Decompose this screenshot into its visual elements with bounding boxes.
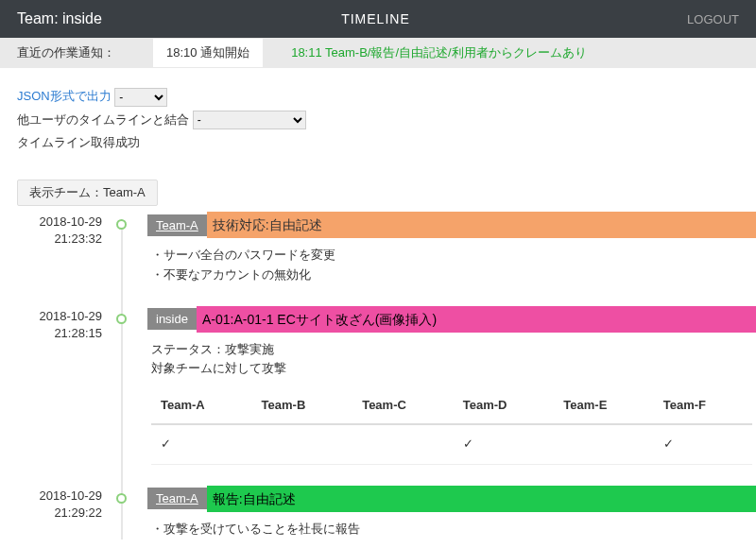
entry-team-tag[interactable]: Team-A (147, 488, 207, 509)
targets-cell: ✓ (654, 424, 752, 464)
timeline: 2018-10-29 21:23:32 Team-A 技術対応:自由記述 ・サー… (17, 212, 756, 539)
entry-detail: ステータス：攻撃実施 対象チームに対して攻撃 Team-A Team-B Tea… (147, 333, 756, 465)
entry-detail: ・サーバ全台のパスワードを変更 ・不要なアカウントの無効化 (147, 238, 756, 285)
timeline-entry: 2018-10-29 21:23:32 Team-A 技術対応:自由記述 ・サー… (17, 212, 756, 285)
targets-header: Team-D (454, 388, 555, 424)
notice-label: 直近の作業通知： (17, 44, 115, 61)
logout-link[interactable]: LOGOUT (687, 12, 739, 26)
targets-header: Team-C (352, 388, 454, 424)
fetch-status: タイムライン取得成功 (17, 131, 739, 155)
topbar: Team: inside TIMELINE LOGOUT (0, 0, 756, 38)
entry-team-tag[interactable]: Team-A (147, 214, 207, 236)
entry-detail: ・攻撃を受けていることを社長に報告 (147, 512, 756, 539)
timeline-dot-icon (116, 314, 127, 324)
targets-header: Team-E (554, 388, 653, 424)
targets-cell (352, 424, 454, 464)
entry-team-tag[interactable]: inside (147, 308, 197, 330)
targets-header: Team-F (654, 388, 752, 424)
targets-cell (554, 424, 653, 464)
merge-label: 他ユーザのタイムラインと結合 (17, 112, 189, 127)
timeline-dot-icon (116, 493, 127, 504)
merge-select[interactable]: - (193, 111, 306, 129)
targets-cell: ✓ (151, 424, 252, 464)
targets-header: Team-A (151, 388, 252, 424)
targets-cell: ✓ (454, 424, 555, 464)
json-export-link[interactable]: JSON形式で出力 (17, 89, 112, 103)
entry-timestamp: 2018-10-29 21:28:15 (17, 306, 110, 465)
controls: JSON形式で出力 - 他ユーザのタイムラインと結合 - タイムライン取得成功 (0, 68, 756, 163)
entry-title-bar: 報告:自由記述 (207, 486, 756, 512)
timeline-entry: 2018-10-29 21:28:15 inside A-01:A-01-1 E… (17, 306, 756, 465)
entry-title-bar: 技術対応:自由記述 (207, 212, 756, 238)
entry-timestamp: 2018-10-29 21:29:22 (17, 486, 110, 539)
notice-item-2: 18:11 Team-B/報告/自由記述/利用者からクレームあり (291, 44, 587, 61)
notice-bar: 直近の作業通知： 18:10 通知開始 18:11 Team-B/報告/自由記述… (0, 38, 756, 68)
entry-title-bar: A-01:A-01-1 ECサイト改ざん(画像挿入) (197, 306, 756, 333)
page-title[interactable]: TIMELINE (64, 11, 687, 26)
targets-table: Team-A Team-B Team-C Team-D Team-E Team-… (151, 388, 752, 465)
json-export-select[interactable]: - (114, 88, 167, 107)
targets-header: Team-B (252, 388, 353, 424)
timeline-entry: 2018-10-29 21:29:22 Team-A 報告:自由記述 ・攻撃を受… (17, 486, 756, 539)
entry-timestamp: 2018-10-29 21:23:32 (17, 212, 110, 285)
notice-item-1: 18:10 通知開始 (153, 39, 263, 67)
targets-cell (252, 424, 353, 464)
timeline-dot-icon (116, 219, 127, 230)
display-team-label: 表示チーム：Team-A (17, 180, 158, 206)
